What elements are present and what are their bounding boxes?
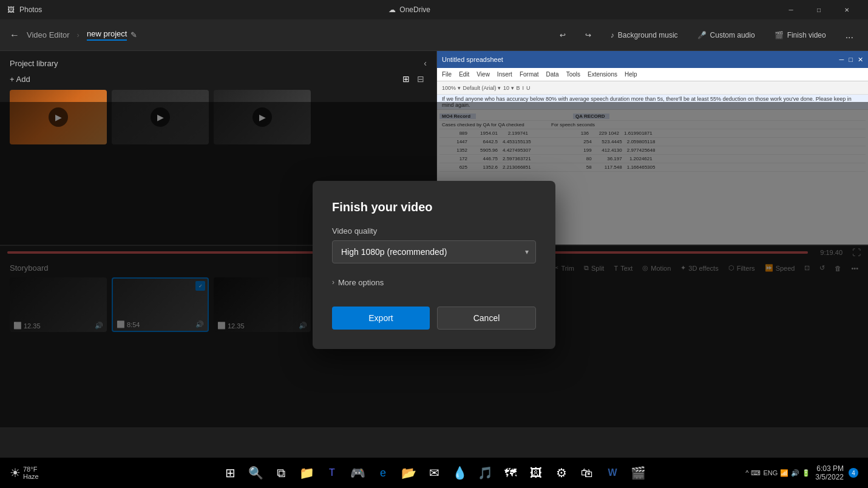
sheet-font: Default (Arial) ▾: [463, 85, 501, 91]
onedrive-icon: ☁: [388, 5, 396, 14]
battery-icon: 🔋: [802, 469, 810, 477]
mail-button[interactable]: ✉: [423, 462, 445, 484]
add-media-button[interactable]: + Add: [10, 75, 30, 84]
sheet-underline[interactable]: U: [526, 85, 531, 91]
titlebar: 🖼 Photos ☁ OneDrive ─ □ ✕: [0, 0, 868, 19]
keyboard-icon: ⌨: [751, 469, 761, 477]
notification-button[interactable]: 4: [849, 468, 858, 478]
settings-button[interactable]: ⚙: [551, 462, 572, 484]
chevron-right-icon: ›: [332, 278, 334, 286]
maps-button[interactable]: 🗺: [500, 462, 521, 484]
titlebar-left: 🖼 Photos: [7, 5, 42, 14]
menu-help[interactable]: Help: [625, 71, 637, 78]
menu-format[interactable]: Format: [520, 71, 539, 78]
app-icon: 🖼: [7, 5, 15, 14]
more-options-toolbar-button[interactable]: ...: [841, 27, 858, 43]
finish-video-modal: Finish your video Video quality High 108…: [313, 181, 555, 349]
sheet-toolbar-cell: 100% ▾: [442, 85, 461, 91]
export-button[interactable]: Export: [332, 307, 430, 330]
sheet-size: 10 ▾: [503, 85, 514, 91]
store-button[interactable]: 🛍: [576, 462, 598, 484]
project-library-title: Project library: [10, 59, 58, 68]
teams-button[interactable]: T: [321, 462, 343, 484]
menu-tools[interactable]: Tools: [566, 71, 580, 78]
undo-button[interactable]: ↩: [555, 29, 571, 42]
weather-widget[interactable]: ☀ 78°F Haze: [10, 466, 39, 480]
sheet-minimize[interactable]: ─: [839, 56, 844, 64]
photos-button[interactable]: 🖼: [525, 462, 547, 484]
sheet-window-controls: ─ □ ✕: [839, 56, 863, 64]
weather-info: 78°F Haze: [23, 466, 39, 480]
menu-data[interactable]: Data: [546, 71, 559, 78]
weather-icon: ☀: [10, 466, 21, 480]
search-button[interactable]: 🔍: [245, 462, 266, 484]
more-options-label: More options: [338, 278, 384, 287]
panel-header: Project library ‹: [0, 51, 436, 73]
sheet-bold[interactable]: B: [517, 85, 520, 91]
collapse-button[interactable]: ‹: [424, 58, 427, 68]
taskbar-right: ^ ⌨ ENG 📶 🔊 🔋 6:03 PM 3/5/2022 4: [745, 464, 858, 481]
custom-audio-button[interactable]: 🎤 Custom audio: [693, 29, 760, 42]
volume-icon[interactable]: 🔊: [791, 469, 799, 477]
edit-project-name-button[interactable]: ✎: [131, 30, 137, 39]
spotify-button[interactable]: 🎵: [474, 462, 496, 484]
cancel-button[interactable]: Cancel: [437, 307, 536, 330]
sheet-italic[interactable]: I: [523, 85, 524, 91]
custom-audio-label: Custom audio: [710, 31, 755, 39]
clock-date: 3/5/2022: [815, 473, 844, 481]
start-button[interactable]: ⊞: [219, 462, 241, 484]
minimize-button[interactable]: ─: [777, 0, 805, 19]
task-view-button[interactable]: ⧉: [270, 462, 292, 484]
taskbar: ☀ 78°F Haze ⊞ 🔍 ⧉ 📁 T 🎮 e 📂 ✉ 💧 🎵 🗺 🖼 ⚙ …: [0, 458, 868, 488]
files-button[interactable]: 📂: [398, 462, 419, 484]
file-explorer-button[interactable]: 📁: [296, 462, 317, 484]
menu-insert[interactable]: Insert: [497, 71, 512, 78]
redo-icon: ↪: [585, 31, 591, 39]
add-icon: + Add: [10, 75, 30, 84]
background-music-button[interactable]: ♪ Background music: [606, 29, 683, 42]
menu-edit[interactable]: Edit: [459, 71, 469, 78]
back-button[interactable]: ←: [10, 30, 19, 41]
xbox-button[interactable]: 🎮: [347, 462, 368, 484]
app-toolbar: ← Video Editor › new project ✎ ↩ ↪ ♪ Bac…: [0, 19, 868, 51]
maximize-button[interactable]: □: [805, 0, 833, 19]
edge-button[interactable]: e: [372, 462, 394, 484]
project-name-label: new project: [87, 29, 127, 41]
list-view-button[interactable]: ⊟: [415, 73, 427, 85]
quality-select-wrapper: High 1080p (recommended) Medium 720p Low…: [332, 240, 536, 263]
sheet-maximize[interactable]: □: [849, 56, 853, 64]
quality-label: Video quality: [332, 226, 536, 236]
close-button[interactable]: ✕: [833, 0, 861, 19]
sheet-close[interactable]: ✕: [858, 56, 863, 64]
modal-title: Finish your video: [332, 200, 536, 214]
tray-expand-button[interactable]: ^: [745, 469, 748, 476]
more-options-button[interactable]: › More options: [332, 273, 536, 292]
sheet-menu-bar: File Edit View Insert Format Data Tools …: [437, 68, 868, 81]
project-name-area: new project ✎: [87, 29, 137, 41]
system-tray: ^ ⌨ ENG 📶 🔊 🔋: [745, 469, 810, 477]
modal-buttons: Export Cancel: [332, 307, 536, 330]
modal-overlay: Finish your video Video quality High 108…: [0, 102, 868, 427]
app-title: Photos: [19, 5, 42, 14]
taskbar-apps: ⊞ 🔍 ⧉ 📁 T 🎮 e 📂 ✉ 💧 🎵 🗺 🖼 ⚙ 🛍 W 🎬: [219, 462, 649, 484]
toolbar-actions: ↩ ↪ ♪ Background music 🎤 Custom audio 🎬 …: [555, 27, 858, 43]
menu-view[interactable]: View: [476, 71, 490, 78]
vlc-button[interactable]: 🎬: [627, 462, 649, 484]
menu-extensions[interactable]: Extensions: [588, 71, 617, 78]
sheet-titlebar: Untitled spreadsheet ─ □ ✕: [437, 51, 868, 68]
finish-video-button[interactable]: 🎬 Finish video: [770, 29, 831, 42]
grid-view-button[interactable]: ⊞: [400, 73, 412, 85]
temperature: 78°F: [23, 466, 39, 473]
dropbox-button[interactable]: 💧: [449, 462, 470, 484]
music-icon: ♪: [611, 31, 614, 39]
clock[interactable]: 6:03 PM 3/5/2022: [815, 464, 844, 481]
sheet-toolbar: 100% ▾ Default (Arial) ▾ 10 ▾ B I U: [437, 81, 868, 95]
clock-time: 6:03 PM: [815, 464, 844, 473]
redo-button[interactable]: ↪: [580, 29, 596, 42]
condition: Haze: [23, 473, 39, 480]
quality-select[interactable]: High 1080p (recommended) Medium 720p Low…: [332, 240, 536, 263]
main-content: Project library ‹ + Add ⊞ ⊟ ▶: [0, 51, 868, 458]
menu-file[interactable]: File: [442, 71, 452, 78]
word-button[interactable]: W: [602, 462, 623, 484]
bg-music-label: Background music: [618, 31, 678, 39]
